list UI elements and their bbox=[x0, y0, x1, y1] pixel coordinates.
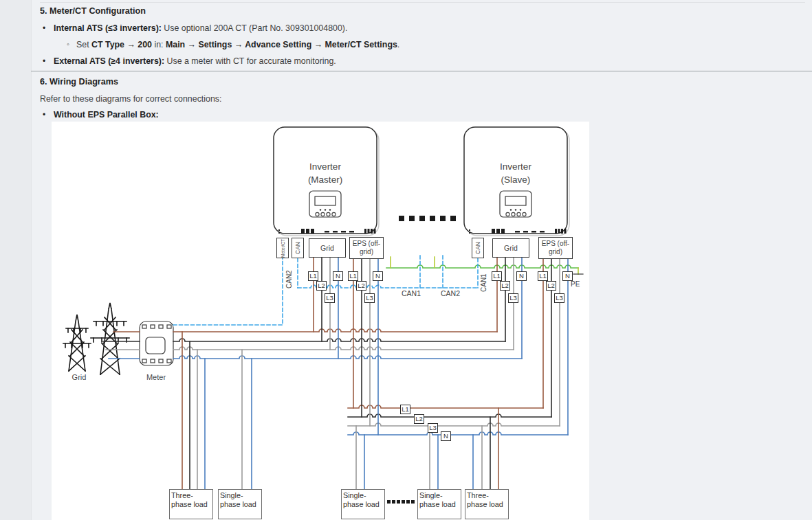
load-three-phase-2: Three-phase load bbox=[465, 489, 509, 519]
can1-vertical-label: CAN1 bbox=[480, 266, 487, 292]
tag-l1: L1 bbox=[348, 271, 358, 281]
tag-l2: L2 bbox=[546, 281, 556, 291]
tag-l2: L2 bbox=[414, 414, 424, 424]
inverter-master-label: Inverter (Master) bbox=[274, 160, 377, 186]
port-eps-master: EPS (off-grid) bbox=[349, 237, 384, 259]
meter-icon bbox=[140, 321, 173, 365]
tag-l1: L1 bbox=[308, 271, 318, 281]
continuation-dots-loads bbox=[387, 500, 415, 504]
port-can-slave: CAN bbox=[472, 238, 484, 258]
can2-label: CAN2 bbox=[441, 289, 460, 297]
grid-caption: Grid bbox=[58, 373, 100, 381]
can1-label: CAN1 bbox=[402, 289, 421, 297]
tag-l1: L1 bbox=[538, 271, 548, 281]
inverter-slave-label: Inverter (Slave) bbox=[464, 160, 567, 186]
tag-l2: L2 bbox=[316, 281, 327, 291]
tag-l3: L3 bbox=[554, 293, 564, 303]
tag-n: N bbox=[441, 431, 451, 441]
can2-vertical-label: CAN2 bbox=[285, 265, 293, 289]
tag-n: N bbox=[373, 271, 383, 281]
tag-l3: L3 bbox=[364, 293, 375, 303]
pe-label: PE bbox=[571, 280, 580, 288]
tag-l2: L2 bbox=[356, 281, 366, 291]
port-eps-slave: EPS (off-grid) bbox=[538, 237, 573, 259]
wiring-svg bbox=[0, 0, 812, 520]
port-grid-master: Grid bbox=[309, 238, 346, 258]
port-grid-slave: Grid bbox=[492, 238, 529, 258]
port-meter-ct: Meter/CT bbox=[276, 238, 289, 258]
bus-lines bbox=[173, 265, 578, 435]
continuation-dots-inverters bbox=[399, 216, 456, 221]
load-single-phase-1: Single-phase load bbox=[218, 489, 262, 519]
tag-l3: L3 bbox=[428, 423, 438, 433]
load-single-phase-3: Single-phase load bbox=[417, 489, 461, 519]
tag-l1: L1 bbox=[492, 271, 502, 281]
tag-l3: L3 bbox=[325, 293, 335, 303]
grid-towers-icon bbox=[63, 303, 129, 374]
vertical-wires bbox=[182, 258, 568, 490]
tag-n: N bbox=[333, 271, 343, 281]
tag-l2: L2 bbox=[500, 281, 510, 291]
manual-page: { "page": { "background": "#eff1f4" }, "… bbox=[0, 0, 812, 520]
tag-n: N bbox=[562, 271, 573, 281]
load-three-phase-1: Three-phase load bbox=[169, 489, 213, 519]
port-can-master: CAN bbox=[292, 238, 304, 258]
tag-n: N bbox=[516, 271, 527, 281]
tag-l3: L3 bbox=[508, 293, 518, 303]
load-single-phase-2: Single-phase load bbox=[341, 489, 385, 519]
tag-l1: L1 bbox=[400, 405, 410, 414]
meter-caption: Meter bbox=[139, 373, 173, 381]
